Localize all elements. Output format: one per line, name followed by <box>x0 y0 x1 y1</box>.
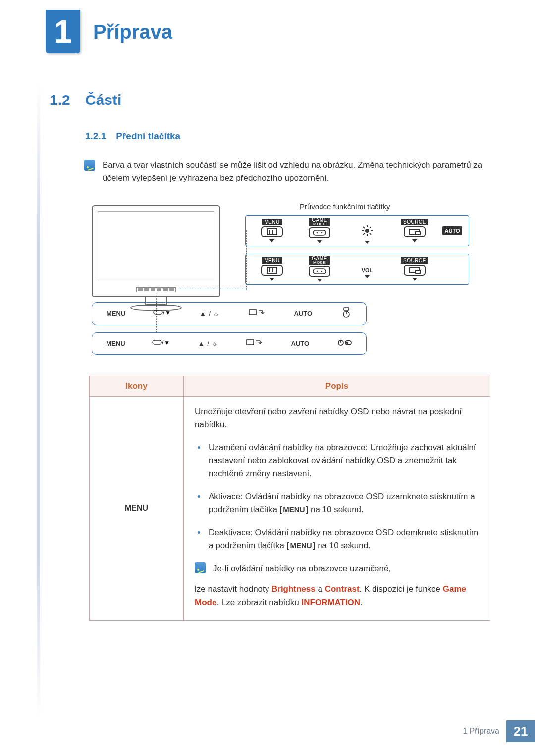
hl-information: INFORMATION <box>301 598 360 607</box>
inner-note: Je-li ovládání nabídky na obrazovce uzam… <box>195 562 479 575</box>
table-header: Ikony Popis <box>90 376 490 397</box>
chapter-number-badge: 1 <box>46 10 80 53</box>
subsection-title: Přední tlačítka <box>116 131 180 142</box>
power-timer-icon <box>341 307 352 320</box>
osd-guide-row-2: MENU GAMEMODE VOL SOURCE <box>245 254 469 285</box>
osd-label-source: SOURCE <box>401 219 428 225</box>
btn-up-brightness: ▲ / ☼ <box>198 340 218 347</box>
osd-auto-badge: AUTO <box>442 226 463 235</box>
side-gradient <box>37 84 40 716</box>
osd-label-menu: MENU <box>262 257 282 264</box>
subsection-heading: 1.2.1 Přední tlačítka <box>85 131 495 142</box>
chapter-header: 1 Příprava <box>46 10 172 53</box>
hl-brightness: Brightness <box>271 584 316 594</box>
guide-label: Průvodce funkčními tlačítky <box>300 202 390 211</box>
btn-menu: MENU <box>106 340 125 347</box>
svg-point-20 <box>321 271 323 272</box>
desc-extra: lze nastavit hodnoty Brightness a Contra… <box>195 582 479 609</box>
monitor-outline <box>92 205 220 297</box>
source-icon <box>404 265 426 276</box>
svg-rect-24 <box>249 310 256 315</box>
menu-icon <box>261 265 283 276</box>
section-number: 1.2 <box>50 92 85 108</box>
th-icons: Ikony <box>90 376 184 396</box>
source-icon <box>404 226 426 237</box>
bullet-lock: Uzamčení ovládání nabídky na obrazovce: … <box>195 441 479 480</box>
btn-auto: AUTO <box>294 310 312 317</box>
bullet-deactivate: Deaktivace: Ovládání nabídky na obrazovc… <box>195 526 479 553</box>
svg-line-10 <box>363 227 365 228</box>
front-buttons-diagram: Průvodce funkčními tlačítky MENU GAMEMOD… <box>92 202 490 361</box>
svg-text:/▼: /▼ <box>162 339 170 346</box>
osd-label-source: SOURCE <box>401 257 428 264</box>
svg-point-5 <box>365 229 369 233</box>
svg-rect-29 <box>247 340 254 345</box>
btn-auto: AUTO <box>291 340 310 347</box>
section-title: Části <box>85 92 121 108</box>
btn-game-down: /▼ <box>153 339 170 348</box>
cell-icon-menu: MENU <box>90 397 184 620</box>
svg-line-12 <box>363 233 365 235</box>
note-block: Barva a tvar vlastních součástí se může … <box>84 159 495 185</box>
svg-text:/▼: /▼ <box>163 309 171 316</box>
th-desc: Popis <box>184 376 490 396</box>
note-icon <box>195 562 206 573</box>
cell-description: Umožňuje otevření nebo zavření nabídky O… <box>184 397 490 620</box>
btn-source-enter <box>249 309 266 318</box>
button-row-2: MENU /▼ ▲ / ☼ AUTO <box>92 332 367 355</box>
svg-rect-16 <box>267 267 277 273</box>
svg-rect-22 <box>416 270 420 273</box>
osd-label-gamemode: GAMEMODE <box>309 218 329 226</box>
svg-rect-25 <box>344 308 349 310</box>
footer-page-number: 21 <box>506 720 535 742</box>
svg-point-19 <box>317 271 318 272</box>
osd-label-menu: MENU <box>262 219 282 225</box>
btn-menu: MENU <box>107 310 125 317</box>
menu-icon <box>261 226 283 237</box>
btn-up-brightness: ▲ / ☼ <box>200 310 220 317</box>
inline-menu-label: MENU <box>282 504 306 515</box>
buttons-table: Ikony Popis MENU Umožňuje otevření nebo … <box>89 376 490 621</box>
subsection-number: 1.2.1 <box>85 131 106 142</box>
svg-point-4 <box>321 232 323 234</box>
brightness-icon <box>361 225 373 239</box>
note-text: Barva a tvar vlastních součástí se může … <box>103 159 495 185</box>
gamepad-icon <box>309 266 330 277</box>
table-row: MENU Umožňuje otevření nebo zavření nabí… <box>90 397 490 620</box>
svg-point-33 <box>346 342 348 344</box>
chapter-title: Příprava <box>93 21 172 43</box>
section-heading: 1.2 Části <box>50 92 495 108</box>
footer-text: 1 Příprava <box>463 727 499 736</box>
svg-line-11 <box>370 233 371 235</box>
btn-source-enter <box>246 339 263 348</box>
hl-contrast: Contrast <box>325 584 360 594</box>
button-row-1: MENU /▼ ▲ / ☼ AUTO <box>92 302 367 325</box>
osd-guide-row-1: MENU GAMEMODE <box>245 215 469 246</box>
svg-rect-15 <box>416 232 420 235</box>
btn-game-down: /▼ <box>154 309 171 318</box>
svg-point-3 <box>317 232 318 234</box>
note-icon <box>84 160 95 171</box>
desc-intro: Umožňuje otevření nebo zavření nabídky O… <box>195 405 479 432</box>
bullet-activate: Aktivace: Ovládání nabídky na obrazovce … <box>195 490 479 516</box>
svg-line-13 <box>370 227 371 228</box>
osd-vol-label: VOL <box>362 267 373 273</box>
gamepad-icon <box>309 227 330 238</box>
power-switch-icon <box>337 338 352 349</box>
page-footer: 1 Příprava 21 <box>463 720 535 742</box>
inline-menu-label: MENU <box>289 540 313 551</box>
inner-note-text: Je-li ovládání nabídky na obrazovce uzam… <box>213 562 391 575</box>
svg-rect-0 <box>267 229 277 235</box>
osd-label-gamemode: GAMEMODE <box>309 256 329 265</box>
